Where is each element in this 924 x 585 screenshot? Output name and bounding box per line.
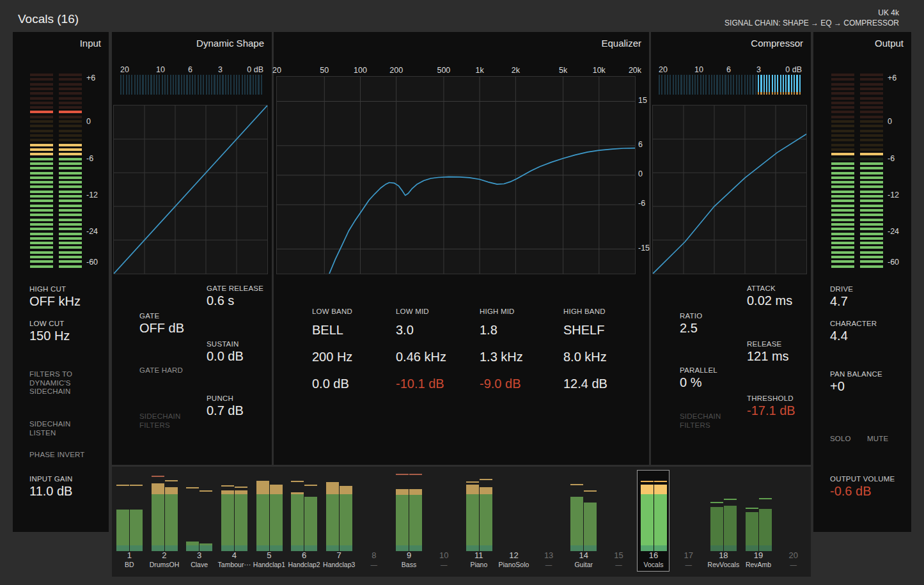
meter-scale-label: +6 xyxy=(86,74,113,82)
channel-name: Handclap3 xyxy=(322,561,357,568)
eq-gain-tick: 0 xyxy=(638,169,643,178)
preset-name[interactable]: UK 4k xyxy=(878,8,899,17)
sidechain-listen-button[interactable]: SIDECHAIN LISTEN xyxy=(29,420,70,437)
channel-level-bars xyxy=(221,473,247,551)
meter-scale-label: -60 xyxy=(86,258,113,267)
shape-transfer-graph[interactable] xyxy=(113,105,268,274)
mixer-channel-18[interactable]: 18RevVocals xyxy=(706,467,741,577)
mixer-channel-12[interactable]: 12PianoSolo xyxy=(496,467,531,577)
eq-freq-tick: 2k xyxy=(512,66,520,75)
high-band-type[interactable]: SHELF xyxy=(563,323,604,338)
mixer-channel-7[interactable]: 7Handclap3 xyxy=(322,467,357,577)
gate-release-value[interactable]: 0.6 s xyxy=(207,293,234,308)
channel-number: 10 xyxy=(427,550,462,560)
low-mid-freq[interactable]: 0.46 kHz xyxy=(396,350,446,364)
channel-name: — xyxy=(357,561,392,568)
channel-level-bars xyxy=(466,473,492,551)
low-mid-gain[interactable]: -10.1 dB xyxy=(396,377,444,391)
channel-level-bars xyxy=(186,473,212,551)
channel-level-bars xyxy=(780,473,806,551)
pan-balance-label: PAN BALANCE xyxy=(830,370,882,379)
mixer-channel-17[interactable]: 17— xyxy=(671,467,706,577)
gate-hard-button[interactable]: GATE HARD xyxy=(139,366,183,375)
channel-name: RevVocals xyxy=(706,561,741,568)
dynamic-shape-panel: Dynamic Shape 2010630 dB GATE RELEASE 0.… xyxy=(112,32,272,465)
channel-name: PianoSolo xyxy=(496,561,531,568)
channel-level-bars xyxy=(570,473,597,551)
solo-button[interactable]: SOLO xyxy=(830,435,851,444)
mixer-channel-19[interactable]: 19RevAmb xyxy=(741,467,776,577)
attack-value[interactable]: 0.02 ms xyxy=(747,293,792,308)
high-mid-gain[interactable]: -9.0 dB xyxy=(480,377,521,391)
output-volume-value[interactable]: -0.6 dB xyxy=(830,484,871,499)
mute-button[interactable]: MUTE xyxy=(867,435,888,444)
channel-number: 11 xyxy=(462,550,497,560)
input-gain-value[interactable]: 11.0 dB xyxy=(29,484,72,499)
character-value[interactable]: 4.4 xyxy=(830,329,848,343)
low-cut-value[interactable]: 150 Hz xyxy=(29,329,70,343)
comp-sidechain-filters-button[interactable]: SIDECHAIN FILTERS xyxy=(680,412,721,430)
release-value[interactable]: 121 ms xyxy=(747,349,789,364)
mixer-channel-9[interactable]: 9Bass xyxy=(391,467,427,577)
channel-level-bars xyxy=(501,473,527,551)
punch-value[interactable]: 0.7 dB xyxy=(207,403,244,418)
sustain-label: SUSTAIN xyxy=(207,340,239,349)
eq-freq-tick: 100 xyxy=(354,66,367,75)
high-band-freq[interactable]: 8.0 kHz xyxy=(563,350,607,364)
mixer-channel-11[interactable]: 11Piano xyxy=(462,467,497,577)
signal-chain-label[interactable]: SIGNAL CHAIN: SHAPE → EQ → COMPRESSOR xyxy=(724,19,899,27)
mixer-channel-8[interactable]: 8— xyxy=(357,467,392,577)
pan-balance-value[interactable]: +0 xyxy=(830,379,845,394)
mixer-channel-5[interactable]: 5Handclap1 xyxy=(252,467,287,577)
mixer-channel-2[interactable]: 2DrumsOH xyxy=(147,467,182,577)
phase-invert-button[interactable]: PHASE INVERT xyxy=(29,451,85,460)
low-mid-q[interactable]: 3.0 xyxy=(396,323,414,338)
high-mid-q[interactable]: 1.8 xyxy=(480,323,497,338)
shape-sidechain-filters-button[interactable]: SIDECHAIN FILTERS xyxy=(139,412,180,430)
channel-name: DrumsOH xyxy=(147,561,182,568)
threshold-label: THRESHOLD xyxy=(747,394,794,403)
mixer-channel-1[interactable]: 1BD xyxy=(112,467,147,577)
mixer-channel-14[interactable]: 14Guitar xyxy=(566,467,601,577)
gate-value[interactable]: OFF dB xyxy=(139,321,184,336)
channel-level-bars xyxy=(361,473,388,551)
low-band-gain[interactable]: 0.0 dB xyxy=(312,377,349,391)
mixer-channel-16[interactable]: 16Vocals xyxy=(636,467,671,577)
mixer-channel-20[interactable]: 20— xyxy=(776,467,811,577)
channel-number: 16 xyxy=(636,550,671,560)
high-mid-freq[interactable]: 1.3 kHz xyxy=(480,350,523,364)
mixer-channel-13[interactable]: 13— xyxy=(531,467,567,577)
mixer-channel-10[interactable]: 10— xyxy=(427,467,462,577)
compressor-gain-reduction-meter: 2010630 dB xyxy=(659,75,802,107)
high-cut-value[interactable]: OFF kHz xyxy=(29,294,81,309)
eq-gain-tick: -15 xyxy=(638,244,650,253)
ratio-value[interactable]: 2.5 xyxy=(680,321,698,336)
eq-response-graph[interactable] xyxy=(276,76,636,274)
meter-scale-label: -24 xyxy=(888,227,914,236)
channel-name: Vocals xyxy=(636,561,671,568)
eq-freq-tick: 200 xyxy=(389,66,403,75)
input-panel-title: Input xyxy=(80,38,101,49)
sustain-value[interactable]: 0.0 dB xyxy=(207,349,244,364)
mixer-channel-6[interactable]: 6Handclap2 xyxy=(286,467,322,577)
drive-value[interactable]: 4.7 xyxy=(830,294,848,309)
mixer-channel-15[interactable]: 15— xyxy=(601,467,636,577)
channel-level-bars xyxy=(746,473,772,551)
parallel-value[interactable]: 0 % xyxy=(680,375,701,390)
mixer-channel-4[interactable]: 4Tambour⋯ xyxy=(217,467,252,577)
eq-freq-tick: 1k xyxy=(475,66,483,75)
low-band-type[interactable]: BELL xyxy=(312,323,343,338)
input-gain-label: INPUT GAIN xyxy=(29,475,73,484)
low-band-freq[interactable]: 200 Hz xyxy=(312,350,352,364)
channel-level-bars xyxy=(710,473,737,551)
parallel-label: PARALLEL xyxy=(680,366,717,375)
high-band-gain[interactable]: 12.4 dB xyxy=(563,377,607,391)
mixer-channel-3[interactable]: 3Clave xyxy=(182,467,217,577)
meter-scale-label: -6 xyxy=(888,154,914,163)
channel-number: 19 xyxy=(741,550,776,560)
equalizer-title: Equalizer xyxy=(601,38,641,49)
filters-to-sidechain-button[interactable]: FILTERS TO DYNAMIC'S SIDECHAIN xyxy=(29,370,72,396)
threshold-value[interactable]: -17.1 dB xyxy=(747,403,795,418)
channel-number: 13 xyxy=(531,550,567,560)
compressor-transfer-graph[interactable] xyxy=(652,105,807,274)
